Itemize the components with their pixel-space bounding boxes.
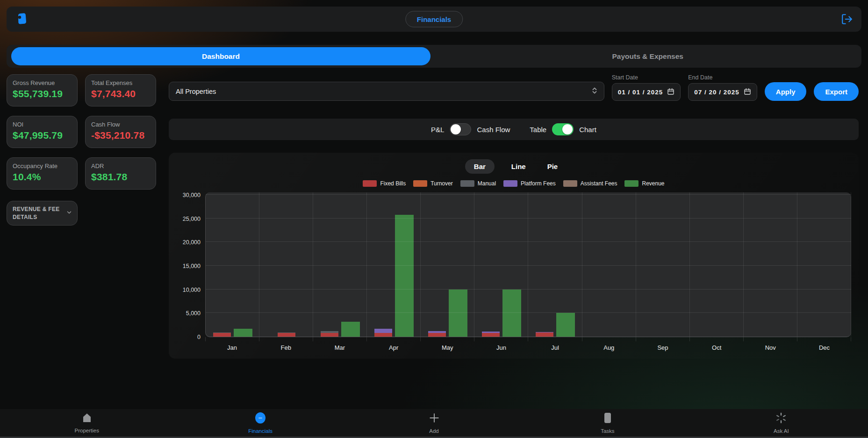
logout-icon[interactable]	[841, 13, 853, 25]
chart-tab-line[interactable]: Line	[507, 159, 531, 174]
x-label-sep: Sep	[636, 344, 689, 351]
apply-button[interactable]: Apply	[765, 82, 807, 101]
stat-value: $381.78	[91, 171, 150, 183]
legend-item-fixed-bills[interactable]: Fixed Bills	[363, 180, 406, 187]
view-toggle-row: P&L Cash Flow Table Chart	[169, 119, 859, 140]
month-tick	[421, 337, 474, 341]
month-column-mar	[313, 192, 367, 337]
x-label-oct: Oct	[690, 344, 744, 351]
month-column-feb	[259, 192, 313, 337]
expense-stack-bar	[374, 329, 392, 337]
end-date-value: 07 / 20 / 2025	[694, 89, 739, 96]
export-button[interactable]: Export	[814, 82, 859, 101]
chart-tab-pie[interactable]: Pie	[543, 159, 563, 174]
end-date-input[interactable]: 07 / 20 / 2025	[688, 83, 757, 101]
stat-label: Cash Flow	[91, 121, 150, 128]
y-tick-label: 25,000	[183, 216, 201, 222]
nav-label: Tasks	[601, 428, 614, 434]
y-tick-label: 5,000	[186, 310, 201, 317]
month-column-oct	[690, 192, 744, 337]
top-bar: Financials	[7, 7, 861, 32]
gridline	[206, 241, 851, 242]
month-tick	[259, 337, 313, 341]
property-select[interactable]: All Properties	[169, 82, 604, 101]
bar-revenue	[341, 322, 360, 337]
pl-cashflow-toggle[interactable]	[450, 123, 471, 135]
chart-legend: Fixed BillsTurnoverManualPlatform FeesAs…	[176, 180, 851, 187]
start-date-input[interactable]: 01 / 01 / 2025	[612, 83, 681, 101]
legend-item-assistant-fees[interactable]: Assistant Fees	[563, 180, 617, 187]
table-chart-toggle[interactable]	[552, 123, 574, 135]
filter-row: All Properties Start Date 01 / 01 / 2025	[169, 74, 859, 101]
y-tick-label: 30,000	[183, 192, 201, 198]
stat-card-occupancy-rate: Occupancy Rate10.4%	[7, 157, 78, 190]
gridline	[206, 194, 851, 195]
month-column-may	[421, 192, 474, 337]
stat-value: -$35,210.78	[91, 130, 150, 141]
end-date-group: End Date 07 / 20 / 2025	[688, 74, 757, 101]
start-date-value: 01 / 01 / 2025	[618, 89, 663, 96]
x-axis-labels: JanFebMarAprMayJunJulAugSepOctNovDec	[205, 344, 851, 351]
tab-dashboard[interactable]: Dashboard	[11, 47, 430, 65]
month-tick	[690, 337, 744, 341]
legend-item-turnover[interactable]: Turnover	[413, 180, 453, 187]
bar-segment-fixed-bills	[536, 332, 553, 337]
chart-plot-wrap: 05,00010,00015,00020,00025,00030,000	[176, 192, 851, 337]
y-tick-label: 15,000	[183, 263, 201, 269]
bottom-nav: PropertiesFinancialsAddTasksAsk AI	[0, 409, 868, 438]
revenue-fee-details-label: REVENUE & FEE DETAILS	[13, 205, 63, 220]
stat-card-noi: NOI$47,995.79	[7, 116, 78, 148]
calendar-icon[interactable]	[744, 88, 751, 97]
chart-tab-bar[interactable]: Bar	[465, 159, 495, 174]
nav-item-add[interactable]: Add	[347, 409, 521, 437]
legend-item-manual[interactable]: Manual	[460, 180, 496, 187]
gridline	[206, 289, 851, 290]
expense-stack-bar	[428, 331, 446, 337]
bar-segment-fixed-bills	[428, 333, 446, 337]
month-tick	[313, 337, 367, 341]
view-title-pill[interactable]: Financials	[405, 11, 463, 28]
chart-label: Chart	[579, 126, 596, 134]
bar-revenue	[556, 313, 575, 337]
bar-segment-platform-fees	[374, 329, 392, 333]
select-chevrons-icon	[592, 87, 597, 96]
nav-item-ask-ai[interactable]: Ask AI	[695, 409, 868, 437]
toggle-knob	[562, 124, 573, 134]
legend-label: Assistant Fees	[581, 180, 617, 187]
x-label-mar: Mar	[313, 344, 366, 351]
legend-item-revenue[interactable]: Revenue	[624, 180, 664, 187]
nav-item-tasks[interactable]: Tasks	[521, 409, 694, 437]
bar-segment-fixed-bills	[278, 333, 295, 337]
home-icon	[81, 412, 93, 425]
legend-swatch	[563, 180, 577, 187]
expense-stack-bar	[536, 332, 553, 337]
start-date-label: Start Date	[612, 74, 681, 81]
nav-item-financials[interactable]: Financials	[173, 409, 347, 437]
revenue-fee-details-expander[interactable]: REVENUE & FEE DETAILS	[7, 201, 78, 226]
month-column-nov	[744, 192, 797, 337]
bar-group	[278, 332, 295, 337]
calendar-icon[interactable]	[667, 88, 674, 97]
month-tick	[206, 337, 259, 341]
stat-card-cash-flow: Cash Flow-$35,210.78	[85, 116, 156, 148]
legend-swatch	[503, 180, 517, 187]
legend-item-platform-fees[interactable]: Platform Fees	[503, 180, 556, 187]
month-column-jan	[206, 192, 259, 337]
nav-item-properties[interactable]: Properties	[0, 409, 173, 437]
expense-stack-bar	[321, 331, 338, 337]
y-tick-label: 20,000	[183, 239, 201, 246]
expense-stack-bar	[278, 332, 295, 337]
stat-card-gross-revenue: Gross Revenue$55,739.19	[7, 74, 78, 106]
stat-value: $7,743.40	[91, 88, 150, 99]
chart-plot-area	[205, 192, 851, 337]
expense-stack-bar	[213, 332, 231, 337]
legend-label: Turnover	[430, 180, 453, 187]
sparkle-icon	[775, 412, 787, 426]
chevron-down-icon	[66, 209, 72, 218]
stat-label: NOI	[13, 121, 72, 128]
nav-label: Add	[429, 428, 438, 434]
bar-group	[374, 215, 414, 337]
bar-segment-fixed-bills	[374, 333, 392, 337]
bar-segment-fixed-bills	[213, 333, 231, 337]
tab-payouts-expenses[interactable]: Payouts & Expenses	[434, 45, 862, 68]
